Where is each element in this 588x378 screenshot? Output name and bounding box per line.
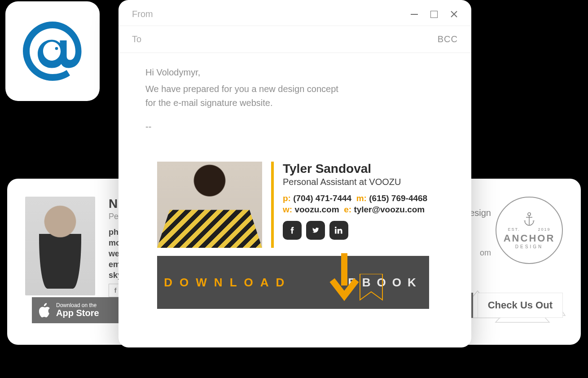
signature-divider (271, 162, 274, 248)
body-line1: We have prepared for you a new design co… (145, 82, 444, 96)
window-maximize-button[interactable] (430, 10, 438, 18)
facebook-link[interactable] (283, 221, 302, 240)
check-us-out-button[interactable]: Check Us Out (478, 293, 563, 318)
to-label[interactable]: To (132, 34, 141, 44)
window-close-button[interactable] (450, 10, 458, 18)
body-greeting: Hi Volodymyr, (145, 66, 444, 79)
download-arrow-icon (329, 253, 360, 307)
app-store-small-text: Download on the (56, 303, 99, 308)
email-signature: Tyler Sandoval Personal Assistant at VOO… (157, 162, 431, 309)
body-line2: for the e-mail signature website. (145, 96, 444, 110)
signature-role: Personal Assistant at VOOZU (283, 177, 431, 187)
bg-left-avatar (25, 197, 95, 295)
banner-word-download: DOWNLOAD (164, 276, 291, 290)
bcc-toggle[interactable]: BCC (438, 34, 458, 44)
signature-contact-row-2: w: voozu.com e: tyler@voozu.com (283, 205, 431, 215)
anchor-logo: EST.2019 ANCHOR DESIGN (496, 197, 563, 264)
svg-point-0 (55, 47, 58, 50)
mailbird-at-icon (19, 18, 86, 85)
twitter-icon (312, 226, 320, 234)
compose-window: From To BCC Hi Volodymyr, We have prepar… (118, 0, 471, 347)
from-label[interactable]: From (132, 9, 153, 19)
signature-name: Tyler Sandoval (283, 162, 431, 176)
close-icon (451, 11, 457, 18)
ribbon-icon (359, 274, 383, 305)
body-separator: -- (145, 120, 444, 134)
twitter-link[interactable] (306, 221, 325, 240)
signature-contact-row-1: p: (704) 471-7444 m: (615) 769-4468 (283, 193, 431, 203)
app-store-big-text: App Store (56, 308, 99, 318)
window-minimize-button[interactable] (410, 10, 418, 18)
svg-point-1 (528, 212, 531, 215)
download-ebook-banner[interactable]: DOWNLOAD EBOOK (157, 256, 429, 309)
message-body[interactable]: Hi Volodymyr, We have prepared for you a… (118, 53, 471, 149)
signature-avatar (157, 162, 262, 248)
app-store-button[interactable]: Download on the App Store (32, 297, 120, 323)
facebook-icon (288, 226, 296, 234)
linkedin-link[interactable] (329, 221, 348, 240)
apple-icon (38, 303, 51, 317)
linkedin-icon (335, 226, 343, 234)
anchor-icon (523, 212, 535, 227)
mailbird-logo-tile (5, 1, 100, 101)
